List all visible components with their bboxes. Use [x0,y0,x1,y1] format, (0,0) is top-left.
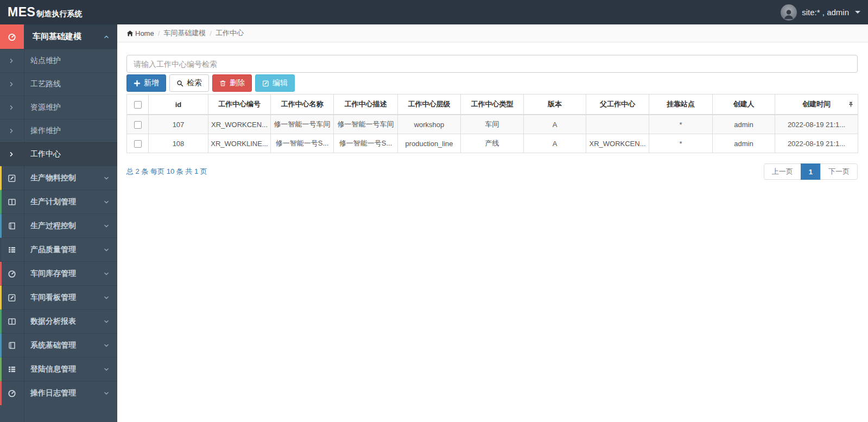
chevron-right-icon [8,81,15,87]
edit-icon [262,80,269,87]
cell-name: 修一智能一号车间 [271,115,334,134]
sidebar-item-production-plan[interactable]: 生产计划管理 [0,190,117,213]
column-header-id[interactable]: id [149,95,208,115]
user-menu[interactable]: site:* , admin [781,4,860,21]
row-select-cell [127,115,149,134]
column-header-name[interactable]: 工作中心名称 [271,95,334,115]
color-strip [0,333,2,357]
chevron-right-icon [8,151,15,158]
chevron-down-icon [103,366,110,373]
sidebar-item-login-info[interactable]: 登陆信息管理 [0,357,117,381]
book-icon [0,341,24,350]
chevron-down-icon [103,294,110,301]
cell-description: 修一智能一号车间 [334,115,398,134]
color-strip [0,262,2,286]
cell-code: XR_WORKCEN... [208,115,271,134]
column-header-level[interactable]: 工作中心层级 [398,95,461,115]
sidebar: 车间基础建模 站点维护 工艺路线 资源维护 操作维护 工作中心 生产物料控制 生… [0,24,117,422]
chevron-down-icon [103,247,110,253]
cell-level: production_line [398,134,461,153]
dashboard-icon [0,269,24,278]
color-strip [0,238,2,262]
sidebar-subitem-operation-maintenance[interactable]: 操作维护 [0,119,117,142]
sidebar-item-label: 数据分析报表 [24,317,103,326]
sidebar-subitem-label: 站点维护 [30,56,61,66]
sidebar-subitem-process-route[interactable]: 工艺路线 [0,72,117,96]
cell-version: A [524,134,586,153]
column-header-station[interactable]: 挂靠站点 [649,95,713,115]
main-content: Home / 车间基础建模 / 工作中心 新增 检索 删除 编辑 [117,24,868,422]
edit-button[interactable]: 编辑 [255,74,295,92]
add-button[interactable]: 新增 [126,74,166,92]
page-number-button[interactable]: 1 [801,163,821,180]
row-select-checkbox[interactable] [134,140,142,148]
top-header-bar: MES 制造执行系统 site:* , admin [0,0,868,24]
book-icon [0,222,24,230]
color-strip [0,381,2,405]
column-header-code[interactable]: 工作中心编号 [208,95,271,115]
home-icon [126,30,134,37]
dashboard-icon [0,389,24,398]
sidebar-item-inventory-management[interactable]: 车间库存管理 [0,261,117,285]
chevron-down-icon [103,223,110,229]
delete-button[interactable]: 删除 [212,74,252,92]
sidebar-item-operation-log[interactable]: 操作日志管理 [0,381,117,405]
cell-id: 108 [149,134,208,153]
cell-id: 107 [149,115,208,134]
column-header-type[interactable]: 工作中心类型 [461,95,524,115]
sidebar-subitem-label: 资源维护 [30,103,61,112]
chevron-down-icon [103,199,110,205]
row-select-checkbox[interactable] [134,121,142,129]
edit-button-label: 编辑 [273,78,288,88]
breadcrumb: Home / 车间基础建模 / 工作中心 [117,24,868,42]
sidebar-subitem-station-maintenance[interactable]: 站点维护 [0,49,117,72]
cell-station: * [649,134,713,153]
column-header-parent[interactable]: 父工作中心 [586,95,649,115]
sidebar-item-label: 车间库存管理 [24,269,103,279]
cell-code: XR_WORKLINE... [208,134,271,153]
sidebar-subitem-work-center[interactable]: 工作中心 [0,142,117,166]
sidebar-subitem-resource-maintenance[interactable]: 资源维护 [0,96,117,119]
search-input[interactable] [126,55,858,73]
table-row[interactable]: 108 XR_WORKLINE... 修一智能一号S... 修一智能一号S...… [127,134,858,153]
breadcrumb-separator: / [158,29,160,37]
delete-button-label: 删除 [230,78,245,88]
sidebar-item-quality-management[interactable]: 产品质量管理 [0,237,117,261]
breadcrumb-home[interactable]: Home [126,29,154,37]
chevron-down-icon [103,175,110,181]
breadcrumb-item[interactable]: 车间基础建模 [163,28,206,38]
breadcrumb-home-label: Home [135,29,154,37]
cell-creator: admin [713,134,775,153]
sidebar-item-material-control[interactable]: 生产物料控制 [0,166,117,190]
column-header-version[interactable]: 版本 [524,95,586,115]
app-logo[interactable]: MES 制造执行系统 [8,5,82,20]
sidebar-item-label: 生产计划管理 [24,197,103,207]
cell-creator: admin [713,115,775,134]
cell-level: workshop [398,115,461,134]
column-header-description[interactable]: 工作中心描述 [334,95,398,115]
person-icon [783,8,795,20]
sidebar-item-data-analysis[interactable]: 数据分析报表 [0,309,117,333]
column-header-creator[interactable]: 创建人 [713,95,775,115]
sidebar-item-kanban-management[interactable]: 车间看板管理 [0,285,117,309]
table-header-row: id 工作中心编号 工作中心名称 工作中心描述 工作中心层级 工作中心类型 版本… [127,95,858,115]
color-strip [0,166,2,190]
next-page-button[interactable]: 下一页 [820,163,858,180]
sidebar-item-workshop-modeling[interactable]: 车间基础建模 [0,24,117,49]
column-header-created-time[interactable]: 创建时间 [775,95,858,115]
sidebar-item-label: 车间基础建模 [33,32,103,42]
chevron-right-icon [8,58,15,64]
sidebar-item-system-management[interactable]: 系统基础管理 [0,333,117,357]
select-all-checkbox[interactable] [134,101,142,109]
cell-parent [586,115,649,134]
search-button[interactable]: 检索 [169,74,209,92]
chevron-down-icon [103,318,110,325]
table-row[interactable]: 107 XR_WORKCEN... 修一智能一号车间 修一智能一号车间 work… [127,115,858,134]
chevron-down-icon [103,270,110,277]
search-button-label: 检索 [187,78,202,88]
prev-page-button[interactable]: 上一页 [764,163,801,180]
sidebar-item-process-control[interactable]: 生产过程控制 [0,213,117,237]
cell-created-time: 2022-08-19 21:1... [775,115,858,134]
add-button-label: 新增 [144,78,159,88]
pin-icon[interactable] [848,101,854,108]
